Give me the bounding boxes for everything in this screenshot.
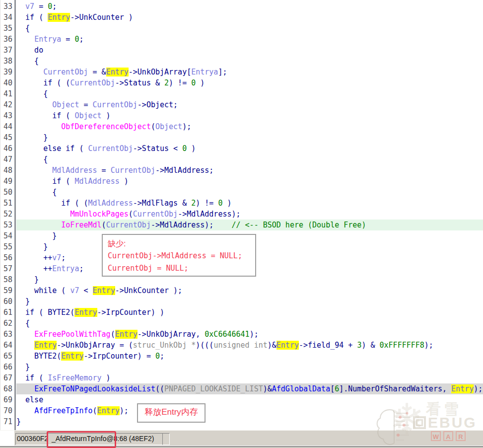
highlighted-identifier[interactable]: Entry — [34, 341, 57, 350]
line-number: 48 — [0, 165, 12, 176]
line-number: 41 — [0, 88, 12, 99]
line-number: 56 — [0, 252, 12, 263]
code-line[interactable]: 67 if ( IsFreeMemory ) — [0, 373, 483, 383]
line-number: 59 — [0, 285, 12, 296]
code-line[interactable]: 47 { — [0, 154, 483, 165]
line-number: 61 — [0, 307, 12, 318]
line-number: 58 — [0, 274, 12, 285]
code-line[interactable]: 63 ExFreePoolWithTag(Entry->UnkObjArray,… — [0, 329, 483, 340]
highlighted-identifier[interactable]: Entry — [106, 68, 129, 76]
line-number: 62 — [0, 318, 12, 329]
code-line[interactable]: 53 IoFreeMdl(CurrentObj->MdlAddress); //… — [0, 220, 483, 230]
line-number: 45 — [0, 132, 12, 143]
code-line[interactable]: 41 { — [0, 88, 483, 99]
line-number: 71 — [0, 416, 12, 427]
annotation-missing-title: 缺少: — [108, 237, 255, 250]
code-line[interactable]: 36 Entrya = 0; — [0, 34, 483, 45]
code-line[interactable]: 38 { — [0, 56, 483, 67]
highlighted-identifier[interactable]: Entry — [276, 341, 299, 350]
code-line[interactable]: 64 Entry->UnkObjArray = (struc_UnkObj *)… — [0, 340, 483, 351]
line-number: 49 — [0, 176, 12, 187]
code-line[interactable]: 59 while ( v7 < Entry->UnkCounter ); — [0, 285, 483, 296]
status-bar-left-gap — [0, 431, 14, 446]
code-line[interactable]: 60 } — [0, 296, 483, 307]
annotation-red-box — [47, 431, 116, 448]
code-line[interactable]: 61 if ( BYTE2(Entry->IrpCounter) ) — [0, 307, 483, 318]
code-line[interactable]: 37 do — [0, 45, 483, 56]
status-empty-cell — [162, 433, 170, 445]
code-line[interactable]: 33 v7 = 0; — [0, 1, 483, 12]
code-line[interactable]: 40 if ( (CurrentObj->Status & 2) != 0 ) — [0, 77, 483, 88]
code-line[interactable]: 50 { — [0, 187, 483, 198]
code-line[interactable]: 45 } — [0, 132, 483, 143]
line-number: 42 — [0, 99, 12, 110]
code-line[interactable]: 34 if ( Entry->UnkCounter ) — [0, 12, 483, 23]
line-number: 65 — [0, 351, 12, 362]
line-number: 38 — [0, 56, 12, 67]
line-number: 54 — [0, 230, 12, 241]
code-area[interactable]: 33 v7 = 0;34 if ( Entry->UnkCounter )35 … — [0, 1, 483, 427]
hexrays-pseudocode-window: 33 v7 = 0;34 if ( Entry->UnkCounter )35 … — [0, 0, 483, 448]
line-number: 37 — [0, 45, 12, 56]
line-number: 60 — [0, 296, 12, 307]
status-address-cell: 000360F2 — [15, 433, 48, 445]
code-line[interactable]: 44 ObfDereferenceObject(Object); — [0, 121, 483, 132]
code-line[interactable]: 43 if ( Object ) — [0, 110, 483, 121]
annotation-missing-line1: CurrentObj->MdlAddress = NULL; — [108, 250, 255, 262]
line-number: 53 — [0, 220, 12, 230]
line-number: 70 — [0, 405, 12, 416]
line-number: 50 — [0, 187, 12, 198]
line-number: 67 — [0, 373, 12, 383]
line-number: 69 — [0, 394, 12, 405]
line-number: 46 — [0, 143, 12, 154]
line-number: 63 — [0, 329, 12, 340]
highlighted-identifier[interactable]: Entry — [93, 286, 115, 295]
code-line[interactable]: 52 MmUnlockPages(CurrentObj->MdlAddress)… — [0, 209, 483, 220]
line-number: 64 — [0, 340, 12, 351]
highlighted-identifier[interactable]: Entry — [97, 406, 120, 415]
highlighted-identifier[interactable]: Entry — [61, 352, 83, 361]
line-number: 44 — [0, 121, 12, 132]
code-line[interactable]: 39 CurrentObj = &Entry->UnkObjArray[Entr… — [0, 67, 483, 77]
line-number: 57 — [0, 263, 12, 274]
line-number: 39 — [0, 67, 12, 77]
line-number: 34 — [0, 12, 12, 23]
line-number: 40 — [0, 77, 12, 88]
code-line[interactable]: 48 MdlAddress = CurrentObj->MdlAddress; — [0, 165, 483, 176]
code-line[interactable]: 42 Object = CurrentObj->Object; — [0, 99, 483, 110]
annotation-missing-box: 缺少: CurrentObj->MdlAddress = NULL; Curre… — [102, 234, 256, 277]
code-line[interactable]: 35 { — [0, 23, 483, 34]
line-number: 66 — [0, 362, 12, 373]
code-line[interactable]: 62 { — [0, 318, 483, 329]
code-line[interactable]: 70 AfdFreeTpInfo(Entry); — [0, 405, 483, 416]
line-number: 43 — [0, 110, 12, 121]
code-line[interactable]: 66 } — [0, 362, 483, 373]
highlighted-identifier[interactable]: Entry — [48, 13, 70, 22]
highlighted-identifier[interactable]: Entry — [451, 384, 474, 393]
line-number: 52 — [0, 209, 12, 220]
code-line[interactable]: 71} — [0, 416, 483, 427]
annotation-missing-line2: CurrentObj = NULL; — [108, 262, 255, 275]
line-number: 51 — [0, 198, 12, 209]
highlighted-identifier[interactable]: Entry — [115, 330, 138, 339]
line-number: 36 — [0, 34, 12, 45]
code-line[interactable]: 49 if ( MdlAddress ) — [0, 176, 483, 187]
code-line[interactable]: 46 else if ( CurrentObj->Status < 0 ) — [0, 143, 483, 154]
line-number: 35 — [0, 23, 12, 34]
code-line[interactable]: 68 ExFreeToNPagedLookasideList((PNPAGED_… — [0, 383, 483, 394]
code-line[interactable]: 65 BYTE2(Entry->IrpCounter) = 0; — [0, 351, 483, 362]
line-number: 55 — [0, 241, 12, 252]
code-line[interactable]: 51 if ( (MdlAddress->MdlFlags & 2) != 0 … — [0, 198, 483, 209]
line-number: 47 — [0, 154, 12, 165]
line-number: 33 — [0, 1, 12, 12]
line-number: 68 — [0, 383, 12, 394]
annotation-free-box: 释放Entry内存 — [137, 403, 206, 423]
highlighted-identifier[interactable]: Entry — [74, 308, 97, 317]
code-line[interactable]: 69 else — [0, 394, 483, 405]
